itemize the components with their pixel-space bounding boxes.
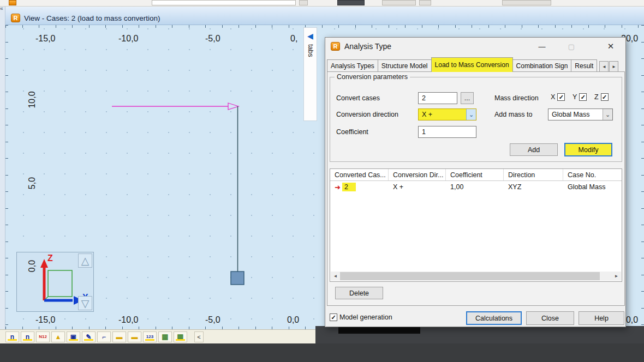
toolbar-button-fragment[interactable] (502, 0, 551, 5)
load-arrowhead-icon (228, 103, 238, 110)
releases-icon[interactable]: ▣ (67, 331, 80, 342)
model-generation-option: ✓ Model generation (330, 313, 392, 321)
table-header: Converted Cas... Conversion Dir... Coeff… (330, 169, 622, 181)
toolbar-button-fragment[interactable] (382, 0, 416, 5)
bottom-dark-bar (0, 343, 644, 362)
model-generation-checkbox[interactable]: ✓ (330, 313, 337, 321)
pan-up-button[interactable]: △ (78, 254, 92, 268)
node-symbols-icon[interactable]: n (5, 331, 19, 342)
toolbar-button-fragment[interactable] (419, 0, 431, 5)
icon-glyph: n (10, 333, 14, 341)
pan-down-button[interactable]: ▽ (78, 296, 92, 310)
scrollbar-thumb[interactable] (340, 272, 600, 280)
axis-y-letter: Y (573, 93, 577, 101)
ruler-label: 5,0 (27, 172, 37, 195)
dark-toolbar-button-fragment[interactable] (337, 0, 365, 5)
scroll-right-icon[interactable]: ► (612, 272, 621, 281)
col-conversion-direction: Conversion Dir... (389, 169, 446, 180)
tab-structure-model[interactable]: Structure Model (378, 59, 432, 72)
add-mass-to-value: Global Mass (552, 111, 589, 118)
dialog-tab-strip: Analysis Types Structure Model Load to M… (327, 57, 625, 72)
icon-glyph: ▣ (70, 333, 76, 341)
dialog-titlebar[interactable]: R Analysis Type — ▢ ✕ (325, 38, 625, 55)
mass-direction-y: Y ✓ (573, 93, 587, 101)
col-case-no: Case No. (563, 169, 622, 180)
mass-x-checkbox[interactable]: ✓ (557, 93, 565, 101)
browse-cases-button[interactable]: ... (461, 92, 474, 104)
supports-icon[interactable]: ▲ (51, 331, 65, 342)
minimize-button[interactable]: — (535, 40, 549, 53)
tab-scroll-buttons: ◄ ► (599, 61, 618, 72)
cell-case-no: Global Mass (563, 181, 622, 193)
collapse-left-icon[interactable]: « (0, 5, 3, 11)
icon-glyph: N12 (39, 334, 47, 339)
conversion-direction-select[interactable]: X + ⌄ (418, 108, 476, 120)
table-row[interactable]: ➜ 2 X + 1,00 XYZ Global Mass (330, 181, 622, 193)
zoom-icon[interactable] (299, 0, 308, 5)
mass-z-checkbox[interactable]: ✓ (601, 93, 609, 101)
view-titlebar: R View - Cases: 2 (load to mass converti… (5, 7, 644, 25)
node-numbers-icon[interactable]: n (21, 331, 34, 342)
expand-tabs-icon[interactable]: ◀ (307, 32, 313, 40)
grid-icon[interactable]: ▦ (174, 331, 187, 342)
tab-analysis-types[interactable]: Analysis Types (327, 59, 378, 72)
icon-glyph: n (26, 333, 29, 341)
cell-coefficient: 1,00 (446, 181, 504, 193)
icon-glyph: 123 (146, 334, 153, 339)
scrollbar-track[interactable] (600, 272, 612, 280)
model-generation-label: Model generation (339, 313, 392, 321)
app-logo-fragment (9, 0, 16, 5)
add-mass-to-select[interactable]: Global Mass ⌄ (548, 108, 613, 120)
side-tabs-label[interactable]: tabs (307, 44, 314, 57)
coefficient-input[interactable]: 1 (418, 126, 476, 138)
conversion-direction-label: Conversion direction (336, 111, 398, 118)
current-row-arrow-icon: ➜ (335, 183, 341, 191)
loads-icon[interactable]: ▬ (112, 331, 126, 342)
mass-y-checkbox[interactable]: ✓ (579, 93, 587, 101)
chevron-down-icon[interactable]: ⌄ (603, 109, 612, 120)
delete-button[interactable]: Delete (335, 287, 383, 299)
display-toggles-toolbar: n n N12 ▲ ▣ ✎ ⌐ ▬ ▬ 123 ▦ ▦ < (0, 329, 315, 343)
add-button[interactable]: Add (510, 143, 558, 156)
close-icon[interactable]: ✕ (604, 40, 618, 53)
bar-description-icon[interactable]: N12 (36, 331, 50, 342)
conversion-cases-table: Converted Cas... Conversion Dir... Coeff… (330, 168, 622, 282)
node-symbol[interactable] (231, 272, 244, 285)
help-button[interactable]: Help (579, 311, 624, 325)
cell-conversion-direction: X + (389, 181, 446, 193)
ruler-label: -15,0 (35, 315, 55, 325)
icon-glyph: ✎ (86, 333, 91, 341)
sketches-icon[interactable]: ✎ (82, 331, 96, 342)
close-button[interactable]: Close (526, 311, 574, 325)
icon-glyph: ▬ (116, 333, 123, 341)
tab-result[interactable]: Result (571, 59, 597, 72)
ruler-label: 0, (290, 34, 297, 44)
tab-combination-sign[interactable]: Combination Sign (512, 59, 572, 72)
calculations-button[interactable]: Calculations (466, 311, 522, 325)
panels-icon[interactable]: ▦ (158, 331, 172, 342)
selection-combo-fragment[interactable] (152, 0, 296, 5)
convert-cases-input[interactable]: 2 (418, 92, 457, 104)
axis-plane-square (48, 270, 72, 297)
axis-z-letter: Z (594, 93, 599, 101)
side-tabs-strip: ◀ tabs (303, 27, 317, 121)
mass-direction-x: X ✓ (551, 93, 565, 101)
tab-scroll-left-button[interactable]: ◄ (599, 61, 609, 72)
ruler-label: 0,0 (287, 315, 299, 325)
chevron-down-icon[interactable]: ⌄ (466, 109, 476, 120)
modify-button[interactable]: Modify (564, 143, 612, 156)
icon-glyph: ▦ (162, 333, 168, 341)
scroll-left-icon[interactable]: ◄ (331, 272, 340, 281)
tab-scroll-right-button[interactable]: ► (609, 61, 618, 72)
profiles-icon[interactable]: ⌐ (97, 331, 111, 342)
load-symbols-icon[interactable]: ▬ (128, 331, 141, 342)
toolbar-scroll-left-button[interactable]: < (194, 331, 204, 342)
tab-load-to-mass-conversion[interactable]: Load to Mass Conversion (431, 57, 513, 72)
converted-case-value: 2 (342, 183, 356, 191)
table-horizontal-scrollbar[interactable]: ◄ ► (331, 272, 621, 281)
mass-direction-label: Mass direction (494, 94, 539, 102)
cell-converted-case: ➜ 2 (330, 181, 389, 193)
ruler-label: -5,0 (205, 315, 220, 325)
axis-x-letter: X (551, 93, 555, 101)
load-values-icon[interactable]: 123 (143, 331, 157, 342)
